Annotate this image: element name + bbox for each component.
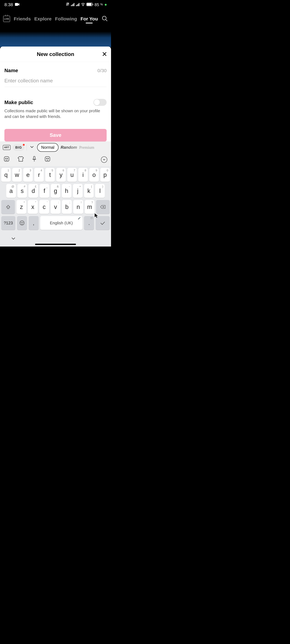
svg-rect-5 <box>73 4 74 6</box>
make-public-toggle[interactable] <box>94 99 107 106</box>
style-random[interactable]: Random <box>61 145 77 150</box>
svg-point-29 <box>22 222 23 223</box>
key-f[interactable]: _f <box>40 184 49 198</box>
svg-rect-8 <box>77 4 78 6</box>
key-b[interactable]: ;b <box>62 200 72 214</box>
key-x[interactable]: "x <box>28 200 38 214</box>
search-icon[interactable] <box>102 16 108 22</box>
emoji-face-icon[interactable] <box>45 156 50 163</box>
signal-1-icon <box>71 2 75 7</box>
keyboard-bottom-bar <box>0 234 111 244</box>
home-indicator[interactable] <box>35 244 76 245</box>
live-icon[interactable]: LIVE <box>3 16 10 22</box>
toggle-knob <box>94 99 100 105</box>
key-z[interactable]: *z <box>16 200 26 214</box>
top-nav: LIVE Friends Explore Following For You <box>0 12 111 25</box>
status-right: 85% <box>66 2 107 8</box>
keyboard-toolbar-left <box>4 156 50 163</box>
key-w[interactable]: 2w <box>12 168 22 182</box>
key-y[interactable]: 6y <box>56 168 66 182</box>
key-d[interactable]: £d <box>28 184 38 198</box>
style-premium[interactable]: Premium <box>79 145 94 150</box>
svg-rect-14 <box>93 4 93 5</box>
key-period[interactable]: !?. <box>84 216 94 230</box>
key-emoji[interactable] <box>17 216 27 230</box>
tab-following[interactable]: Following <box>55 16 77 22</box>
divider <box>26 144 27 150</box>
art-chip[interactable]: ART <box>3 145 10 150</box>
space-mic-icon: 🎤 <box>78 217 80 220</box>
key-backspace[interactable] <box>96 200 110 214</box>
video-background <box>0 32 111 47</box>
close-icon[interactable]: ✕ <box>102 51 107 58</box>
tshirt-icon[interactable] <box>18 156 24 163</box>
sticker-icon[interactable] <box>4 156 10 163</box>
status-left: 8:38 <box>4 2 20 7</box>
key-h[interactable]: -h <box>62 184 72 198</box>
key-m[interactable]: ?m <box>85 200 94 214</box>
svg-point-27 <box>20 221 24 225</box>
key-n[interactable]: !n <box>73 200 83 214</box>
sheet-body: Name 0/30 Make public Collections made p… <box>0 62 111 145</box>
key-space[interactable]: 🎤 English (UK) <box>40 216 82 230</box>
style-chevron-down-icon[interactable] <box>29 145 35 150</box>
svg-rect-13 <box>87 3 92 6</box>
keyboard-collapse-icon[interactable] <box>11 236 16 242</box>
notification-dot <box>23 144 25 146</box>
key-s[interactable]: #s <box>18 184 27 198</box>
key-comma[interactable]: , <box>28 216 39 230</box>
key-c[interactable]: 'c <box>39 200 49 214</box>
svg-rect-4 <box>72 4 72 6</box>
key-u[interactable]: 7u <box>67 168 77 182</box>
svg-point-23 <box>46 158 47 159</box>
status-time: 8:38 <box>4 2 13 7</box>
name-label: Name <box>4 68 18 74</box>
key-g[interactable]: &g <box>51 184 60 198</box>
key-a[interactable]: @a <box>6 184 16 198</box>
key-q[interactable]: 1q <box>1 168 11 182</box>
key-e[interactable]: 3e <box>23 168 33 182</box>
camera-icon <box>15 2 20 7</box>
sheet-title: New collection <box>37 51 74 57</box>
key-t[interactable]: 5t <box>45 168 55 182</box>
mic-icon[interactable] <box>32 156 36 163</box>
signal-2-icon <box>76 2 80 7</box>
new-collection-sheet: New collection ✕ Name 0/30 Make public C… <box>0 46 111 246</box>
svg-point-28 <box>21 222 22 223</box>
svg-rect-20 <box>34 156 35 160</box>
key-k[interactable]: (k <box>84 184 94 198</box>
make-public-description: Collections made public will be shown on… <box>4 108 107 120</box>
big-chip[interactable]: BIG <box>13 144 24 151</box>
save-button[interactable]: Save <box>4 129 107 142</box>
tab-for-you[interactable]: For You <box>80 16 98 22</box>
keyboard-style-strip: ART BIG Normal Random Premium <box>0 142 111 153</box>
tab-friends[interactable]: Friends <box>14 16 31 22</box>
battery-icon <box>86 2 93 7</box>
key-l[interactable]: )l <box>95 184 105 198</box>
make-public-label: Make public <box>4 100 33 105</box>
keyboard: 1q 2w 3e 4r 5t 6y 7u 8i 9o 0p @a #s £d _… <box>0 166 111 246</box>
battery-text: 85 <box>94 2 99 7</box>
key-enter[interactable] <box>96 216 110 230</box>
key-r[interactable]: 4r <box>34 168 44 182</box>
tab-explore[interactable]: Explore <box>34 16 52 22</box>
svg-rect-10 <box>79 3 80 6</box>
key-i[interactable]: 8i <box>78 168 88 182</box>
nav-tabs: Friends Explore Following For You <box>10 16 102 22</box>
svg-rect-0 <box>15 3 18 6</box>
name-field-header: Name 0/30 <box>4 68 107 74</box>
collection-name-input[interactable] <box>4 74 107 87</box>
svg-point-15 <box>102 16 106 20</box>
svg-point-24 <box>48 158 48 159</box>
style-normal[interactable]: Normal <box>37 143 58 152</box>
key-j[interactable]: +j <box>73 184 82 198</box>
collapse-options-icon[interactable] <box>101 156 107 163</box>
key-v[interactable]: :v <box>51 200 60 214</box>
key-p[interactable]: 0p <box>100 168 110 182</box>
svg-point-11 <box>83 5 83 6</box>
char-count: 0/30 <box>98 68 107 73</box>
key-shift[interactable] <box>1 200 15 214</box>
key-o[interactable]: 9o <box>89 168 99 182</box>
keyboard-row-4: ?123 , 🎤 English (UK) !?. <box>1 216 110 230</box>
key-symbols[interactable]: ?123 <box>1 216 16 230</box>
